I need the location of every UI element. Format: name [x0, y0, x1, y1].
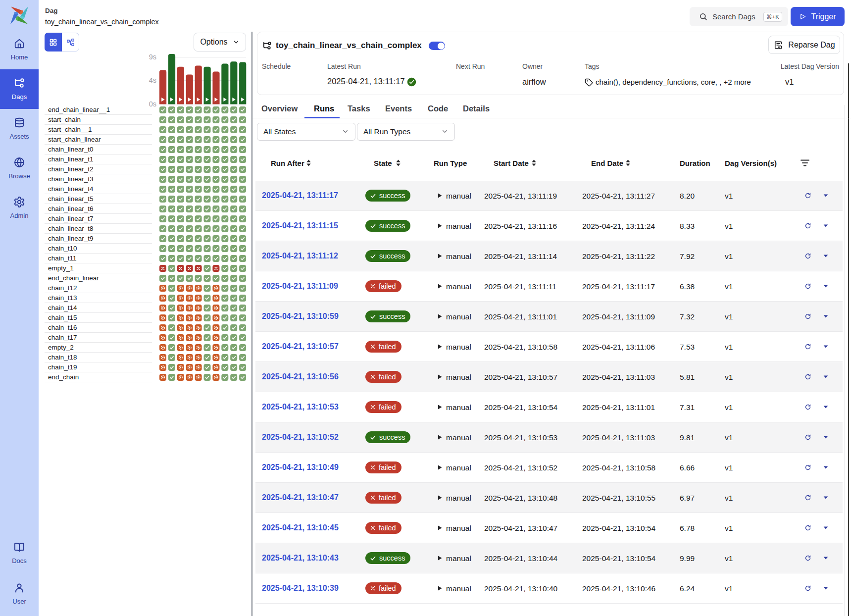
- svg-text:4s: 4s: [149, 76, 156, 84]
- svg-text:9s: 9s: [149, 53, 156, 61]
